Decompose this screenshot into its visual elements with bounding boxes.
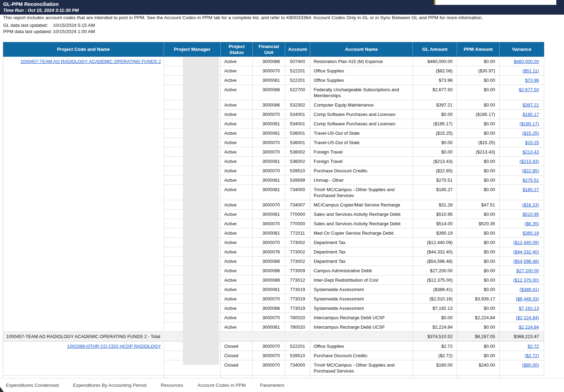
account-name-cell: Purchase Discount Credits [310,351,413,360]
account-cell: 522700 [285,85,310,100]
variance-link[interactable]: $275.51 [523,178,539,183]
account-cell: 780020 [285,313,310,322]
variance-link[interactable]: $213.43 [523,149,539,155]
financial-unit-cell: 3000081 [253,156,285,166]
account-cell: 734007 [285,200,310,209]
variance-link[interactable]: ($51.11) [523,68,539,73]
gl-amount-cell: ($185.17) [413,119,457,128]
financial-unit-cell: 3000081 [253,284,285,294]
variance-link[interactable]: ($80.00) [522,362,539,368]
account-name-cell: Department Tax [310,237,413,247]
variance-cell: ($44,332.40) [500,247,544,256]
financial-unit-cell: 3000070 [253,166,285,175]
project-status-cell: Active [221,219,253,228]
tab-parameters[interactable]: Parameters [260,383,284,388]
gl-amount-cell: ($213.43) [413,156,457,166]
project-code-link[interactable]: 1001589-OTHR CO CDO HCOP RADIOLOGY [67,344,161,349]
account-cell: 534001 [285,109,310,119]
variance-link[interactable]: ($16.23) [522,202,539,207]
variance-link[interactable]: ($6.35) [525,221,539,226]
gl-amount-cell: $2,224.84 [413,322,457,331]
toolbar-search-box[interactable] [434,0,556,5]
variance-link[interactable]: $2,677.50 [519,87,539,92]
variance-link[interactable]: ($12,375.00) [513,277,539,283]
column-header: Variance [500,42,544,57]
ppm-amount-cell: $0.00 [457,341,500,351]
variance-cell: $397.21 [500,100,544,109]
financial-unit-cell: 3000070 [253,219,285,228]
account-name-cell: Med Ctr Copier Service Recharge Debit [310,228,413,237]
account-cell: 536001 [285,138,310,147]
variance-link[interactable]: ($6,449.33) [516,296,539,301]
variance-link[interactable]: ($185.17) [519,121,539,126]
tab-resources[interactable]: Resources [161,383,183,388]
account-name-cell: Office Supplies [310,66,413,75]
variance-link[interactable]: $27,200.00 [516,268,539,273]
variance-link[interactable]: ($15.25) [522,131,539,136]
variance-link[interactable]: $185.17 [523,112,539,117]
report-tab-bar: Expenditures CondensedExpenditures By Ac… [0,378,564,392]
variance-link[interactable]: ($12,440.09) [513,240,539,245]
variance-link[interactable]: ($389.41) [519,287,539,292]
project-status-cell: Active [221,85,253,100]
gl-amount-cell: ($82.08) [413,66,457,75]
tab-expenditures-condensed[interactable]: Expenditures Condensed [6,383,59,388]
project-status-cell: Active [221,128,253,138]
variance-link[interactable]: $73.96 [525,78,539,83]
account-cell: 734000 [285,360,310,375]
variance-cell: $185.17 [500,109,544,119]
account-cell: 536002 [285,156,310,166]
variance-link[interactable]: ($2,224.84) [516,315,539,320]
variance-link[interactable]: ($213.43) [519,159,539,164]
project-status-cell: Active [221,57,253,66]
account-name-cell: Foreign Travel [310,147,413,156]
financial-unit-cell: 3000081 [253,185,285,200]
project-status-cell: Active [221,209,253,219]
account-cell: 734000 [285,185,310,200]
variance-cell: $390.19 [500,228,544,237]
variance-link[interactable]: $7,192.13 [519,306,539,311]
ppm-amount-cell: $0.00 [457,303,500,313]
ppm-amount-cell: $3,939.17 [457,294,500,303]
project-status-cell: Active [221,322,253,331]
column-header: Project Status [221,42,253,57]
account-name-cell: Systemwide Assessment [310,294,413,303]
corner-arrow-icon[interactable] [0,387,4,392]
ppm-amount-cell: $0.00 [457,85,500,100]
variance-link[interactable]: ($44,332.40) [513,249,539,254]
variance-link[interactable]: $460,000.00 [514,59,539,64]
variance-link[interactable]: $397.21 [523,102,539,108]
project-status-cell: Active [221,228,253,237]
variance-link[interactable]: $510.95 [523,212,539,217]
variance-cell: $213.43 [500,147,544,156]
variance-link[interactable]: $2,224.84 [519,324,539,330]
variance-link[interactable]: $2.72 [527,344,539,349]
variance-link[interactable]: $390.19 [523,230,539,236]
variance-link[interactable]: ($54,596.48) [513,259,539,264]
variance-cell: $15.25 [500,138,544,147]
variance-link[interactable]: ($22.85) [522,168,539,173]
account-name-cell: Inter-Dept Redistribution of Cost [310,275,413,284]
gl-amount-cell: $160.00 [413,360,457,375]
variance-link[interactable]: ($2.72) [525,353,539,358]
gl-amount-cell: ($2.72) [413,351,457,360]
column-header: GL Amount [413,42,457,57]
account-cell: 773002 [285,256,310,266]
tab-account-codes-in-ppm[interactable]: Account Codes in PPM [197,383,246,388]
ppm-amount-cell: $0.00 [457,247,500,256]
project-status-cell: Active [221,166,253,175]
ppm-amount-cell: $0.00 [457,275,500,284]
variance-link[interactable]: $15.25 [525,140,539,145]
tab-expenditures-by-accounting-period[interactable]: Expenditures By Accounting Period [73,383,147,388]
variance-cell: ($6,449.33) [500,294,544,303]
account-name-cell: Sales and Services Activity Recharge Deb… [310,219,413,228]
account-name-cell: Comp Software Purchases and Licenses [310,119,413,128]
project-code-link[interactable]: 1000457-TEAM AO RADIOLOGY ACADEMIC OPERA… [21,59,161,64]
variance-link[interactable]: $185.27 [523,187,539,192]
ppm-amount-cell: $0.00 [457,351,500,360]
report-description: This report includes account codes that … [3,15,525,20]
variance-cell: ($22.85) [500,166,544,175]
variance-cell: ($15.25) [500,128,544,138]
account-cell: 522201 [285,66,310,75]
financial-unit-cell: 3000070 [253,138,285,147]
